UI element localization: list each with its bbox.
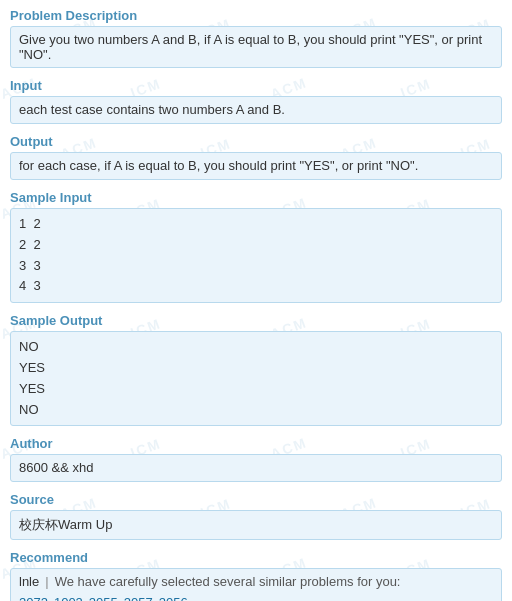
output-content: for each case, if A is equal to B, you s… xyxy=(10,152,502,180)
recommend-link-0[interactable]: 2072 xyxy=(19,595,48,601)
recommend-source-name: lnle xyxy=(19,574,39,589)
sample-input-section: Sample Input 1 2 2 2 3 3 4 3 xyxy=(10,190,502,303)
recommend-label: Recommend xyxy=(10,550,502,565)
input-label: Input xyxy=(10,78,502,93)
recommend-divider: | xyxy=(45,574,48,589)
recommend-text: We have carefully selected several simil… xyxy=(55,574,401,589)
output-label: Output xyxy=(10,134,502,149)
output-section: Output for each case, if A is equal to B… xyxy=(10,134,502,180)
problem-description-content: Give you two numbers A and B, if A is eq… xyxy=(10,26,502,68)
recommend-section: Recommend lnle | We have carefully selec… xyxy=(10,550,502,601)
sample-input-label: Sample Input xyxy=(10,190,502,205)
sample-input-content: 1 2 2 2 3 3 4 3 xyxy=(10,208,502,303)
recommend-box: lnle | We have carefully selected severa… xyxy=(10,568,502,601)
source-label: Source xyxy=(10,492,502,507)
input-section: Input each test case contains two number… xyxy=(10,78,502,124)
problem-description-section: Problem Description Give you two numbers… xyxy=(10,8,502,68)
author-section: Author 8600 && xhd xyxy=(10,436,502,482)
main-content: Problem Description Give you two numbers… xyxy=(0,0,512,601)
problem-description-label: Problem Description xyxy=(10,8,502,23)
author-label: Author xyxy=(10,436,502,451)
source-content: 校庆杯Warm Up xyxy=(10,510,502,540)
recommend-link-1[interactable]: 1002 xyxy=(54,595,83,601)
recommend-link-2[interactable]: 2055 xyxy=(89,595,118,601)
input-content: each test case contains two numbers A an… xyxy=(10,96,502,124)
source-section: Source 校庆杯Warm Up xyxy=(10,492,502,540)
sample-output-label: Sample Output xyxy=(10,313,502,328)
author-content: 8600 && xhd xyxy=(10,454,502,482)
sample-output-section: Sample Output NO YES YES NO xyxy=(10,313,502,426)
recommend-link-4[interactable]: 2056 xyxy=(159,595,188,601)
sample-output-content: NO YES YES NO xyxy=(10,331,502,426)
recommend-links-container: 2072 1002 2055 2057 2056 xyxy=(19,595,188,601)
recommend-link-3[interactable]: 2057 xyxy=(124,595,153,601)
